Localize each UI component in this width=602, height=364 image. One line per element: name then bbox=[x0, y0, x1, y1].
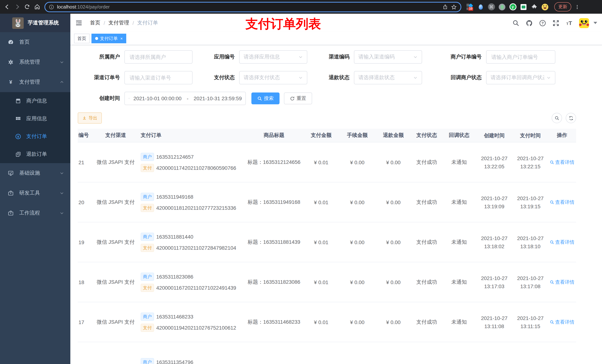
chevron-down-icon bbox=[298, 55, 303, 59]
sidebar-item-pay-order[interactable]: ¥ 支付订单 bbox=[0, 128, 70, 145]
sidebar-item-app-info[interactable]: 应用信息 bbox=[0, 110, 70, 128]
pay-status-select[interactable]: 请选择支付状态 bbox=[239, 71, 307, 84]
notify-status-select[interactable]: 请选择订单回调商户状态 bbox=[486, 71, 555, 84]
sidebar-item-workflow[interactable]: 工作流程 bbox=[0, 203, 70, 223]
merchant-input[interactable] bbox=[124, 50, 193, 64]
view-detail-link[interactable]: 查看详情 bbox=[550, 319, 574, 325]
select-placeholder: 请选择订单回调商户状态 bbox=[491, 74, 544, 81]
y-extension-icon[interactable]: y bbox=[509, 3, 516, 10]
refresh-table-button[interactable] bbox=[566, 113, 576, 123]
channel-order-no-input[interactable] bbox=[124, 71, 193, 84]
chrome-update-button[interactable]: 更新 bbox=[554, 2, 571, 11]
tags-view: 首页 支付订单 × bbox=[70, 32, 602, 45]
column-header-fee: 手续金额 bbox=[339, 132, 376, 139]
balloon-extension-icon[interactable] bbox=[477, 3, 484, 10]
sidebar-item-home[interactable]: 首页 bbox=[0, 32, 70, 52]
chevron-down-icon bbox=[298, 75, 303, 80]
hamburger-icon[interactable] bbox=[75, 19, 83, 27]
channel-order-no-field[interactable] bbox=[129, 74, 188, 81]
export-button[interactable]: 导出 bbox=[78, 113, 102, 124]
url-text[interactable]: localhost:1024/pay/order bbox=[57, 4, 440, 10]
reset-button[interactable]: 重置 bbox=[284, 93, 312, 104]
date-range-picker[interactable]: 2021-10-01 00:00:00 - 2021-10-31 23:59:5… bbox=[124, 92, 246, 105]
merchant-tag: 商户 bbox=[141, 153, 154, 161]
browser-home-button[interactable] bbox=[33, 3, 41, 11]
search-icon bbox=[550, 200, 554, 204]
filter-refund-status: 退款状态 请选择退款状态 bbox=[307, 71, 422, 84]
filter-app: 应用编号 请选择应用信息 bbox=[193, 50, 307, 64]
pay-order-number: 4200001194202110276752100612 bbox=[156, 325, 236, 331]
browser-back-button[interactable] bbox=[3, 3, 11, 11]
bookmark-star-icon[interactable] bbox=[451, 4, 457, 10]
view-detail-link[interactable]: 查看详情 bbox=[550, 199, 574, 206]
tag-pay-order-active[interactable]: 支付订单 × bbox=[91, 34, 127, 43]
sidebar: 🐰 芋道管理系统 首页 系统管理 ¥ 支付管理 商户信息 应用信息 ¥ 支付订 bbox=[0, 14, 70, 364]
search-icon bbox=[257, 96, 262, 101]
channel-code-select[interactable]: 请输入渠道编码 bbox=[354, 50, 422, 64]
toggle-search-button[interactable] bbox=[552, 113, 562, 123]
sidebar-item-dev-tools[interactable]: 研发工具 bbox=[0, 183, 70, 203]
sidebar-item-label: 退款订单 bbox=[26, 151, 47, 157]
address-bar[interactable]: localhost:1024/pay/order bbox=[44, 2, 461, 12]
pay-order-line: 支付 4200001194202110276752100612 bbox=[141, 323, 244, 332]
recorder-extension-icon[interactable] bbox=[498, 3, 506, 10]
view-detail-link[interactable]: 查看详情 bbox=[550, 159, 574, 166]
merchant-order-no-input[interactable] bbox=[486, 50, 555, 64]
copy-icon bbox=[15, 151, 21, 157]
select-placeholder: 请输入渠道编码 bbox=[358, 54, 411, 60]
close-icon[interactable]: × bbox=[120, 34, 123, 43]
app-logo[interactable]: 🐰 芋道管理系统 bbox=[0, 14, 70, 32]
date-end[interactable]: 2021-10-31 23:59:59 bbox=[194, 95, 242, 101]
filter-label: 渠道订单号 bbox=[78, 74, 124, 81]
chrome-menu-button[interactable] bbox=[573, 3, 581, 11]
search-icon bbox=[550, 320, 554, 324]
command-extension-icon[interactable]: ⌘ bbox=[488, 3, 495, 10]
help-icon[interactable]: ? bbox=[539, 20, 546, 26]
breadcrumb-home[interactable]: 首页 bbox=[90, 20, 100, 26]
pinned-extension-icon[interactable]: 10 bbox=[466, 3, 473, 10]
back-icon bbox=[4, 4, 10, 10]
view-detail-link[interactable]: 查看详情 bbox=[550, 239, 574, 245]
breadcrumb-current: 支付订单 bbox=[137, 20, 158, 26]
browser-forward-button[interactable] bbox=[13, 3, 21, 11]
extensions-puzzle-icon[interactable] bbox=[531, 3, 538, 10]
browser-reload-button[interactable] bbox=[23, 3, 31, 11]
merchant-input-field[interactable] bbox=[129, 54, 188, 60]
sidebar-item-label: 研发工具 bbox=[19, 190, 40, 197]
filter-row-2: 渠道订单号 支付状态 请选择支付状态 退款状态 请选择退款状态 bbox=[78, 71, 595, 84]
caret-down-icon[interactable] bbox=[593, 22, 597, 24]
refund-status-select[interactable]: 请选择退款状态 bbox=[354, 71, 422, 84]
pay-tag: 支付 bbox=[141, 204, 154, 212]
orders-table: 编号 支付渠道 支付订单 商品标题 支付金额 手续金额 退款金额 支付状态 回调… bbox=[78, 129, 576, 364]
merchant-order-number: 1635311949168 bbox=[156, 194, 193, 199]
site-info-icon[interactable] bbox=[49, 4, 54, 10]
sidebar-item-pay[interactable]: ¥ 支付管理 bbox=[0, 72, 70, 92]
search-button[interactable]: 搜索 bbox=[251, 93, 280, 104]
date-start[interactable]: 2021-10-01 00:00:00 bbox=[133, 95, 182, 101]
sidebar-item-refund-order[interactable]: 退款订单 bbox=[0, 145, 70, 163]
page-title-annotation: 支付订单列表 bbox=[239, 16, 328, 32]
github-icon[interactable] bbox=[526, 20, 533, 26]
sidebar-item-system[interactable]: 系统管理 bbox=[0, 52, 70, 72]
filter-label: 回调商户状态 bbox=[422, 74, 486, 81]
app-select[interactable]: 请选择应用信息 bbox=[239, 50, 307, 64]
profile-avatar-icon[interactable] bbox=[541, 3, 549, 10]
breadcrumb-pay[interactable]: 支付管理 bbox=[108, 20, 129, 26]
view-detail-link[interactable]: 查看详情 bbox=[550, 279, 574, 285]
cell-notify: 未通知 bbox=[442, 319, 476, 325]
table-row: 17 微信 JSAPI 支付 商户 1635311468233 支付 42000… bbox=[78, 302, 576, 342]
merchant-order-line: 商户 1635311823086 bbox=[141, 272, 244, 281]
chat-extension-icon[interactable] bbox=[520, 3, 527, 10]
tag-home[interactable]: 首页 bbox=[74, 34, 90, 43]
fullscreen-icon[interactable] bbox=[552, 20, 559, 26]
breadcrumb: 首页 / 支付管理 / 支付订单 bbox=[90, 20, 158, 26]
product-title: 1635311823086 bbox=[263, 279, 300, 285]
sidebar-item-infrastructure[interactable]: 基础设施 bbox=[0, 163, 70, 183]
search-icon[interactable] bbox=[512, 20, 519, 26]
font-size-icon[interactable]: TT bbox=[566, 20, 573, 26]
sidebar-item-merchant-info[interactable]: 商户信息 bbox=[0, 92, 70, 110]
merchant-order-no-field[interactable] bbox=[491, 54, 551, 60]
column-header-actions: 操作 bbox=[548, 132, 576, 139]
user-avatar[interactable] bbox=[579, 18, 589, 28]
share-icon[interactable] bbox=[442, 4, 448, 10]
